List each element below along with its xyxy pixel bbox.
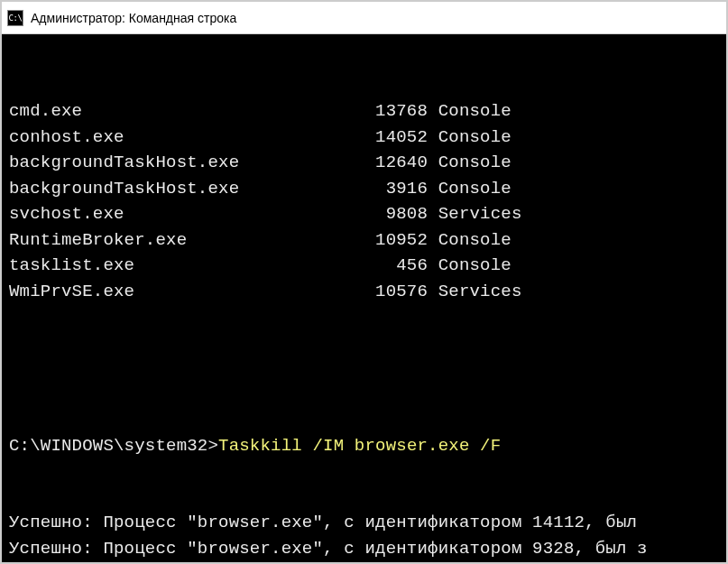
window-title: Администратор: Командная строка <box>31 11 236 25</box>
blank-line <box>9 356 719 382</box>
process-list: cmd.exe 13768 Consoleconhost.exe 14052 C… <box>9 98 719 304</box>
command-line-1: C:\WINDOWS\system32>Taskkill /IM browser… <box>9 433 719 459</box>
process-row: backgroundTaskHost.exe 3916 Console <box>9 176 719 202</box>
kill-results: Успешно: Процесс "browser.exe", с иденти… <box>9 510 719 564</box>
title-bar[interactable]: C:\ Администратор: Командная строка <box>2 2 726 34</box>
process-row: cmd.exe 13768 Console <box>9 98 719 125</box>
console-output[interactable]: cmd.exe 13768 Consoleconhost.exe 14052 C… <box>2 34 726 564</box>
process-row: tasklist.exe 456 Console <box>9 253 719 279</box>
process-row: conhost.exe 14052 Console <box>9 125 719 151</box>
process-row: RuntimeBroker.exe 10952 Console <box>9 227 719 254</box>
process-row: WmiPrvSE.exe 10576 Services <box>9 279 719 305</box>
cmd-icon: C:\ <box>7 10 23 26</box>
prompt-path: C:\WINDOWS\system32> <box>9 436 218 456</box>
typed-command: Taskkill /IM browser.exe /F <box>218 436 501 456</box>
process-row: svchost.exe 9808 Services <box>9 201 719 227</box>
kill-result-row: Успешно: Процесс "browser.exe", с иденти… <box>9 536 719 562</box>
process-row: backgroundTaskHost.exe 12640 Console <box>9 150 719 176</box>
kill-result-row: Успешно: Процесс "browser.exe", с иденти… <box>9 510 719 536</box>
